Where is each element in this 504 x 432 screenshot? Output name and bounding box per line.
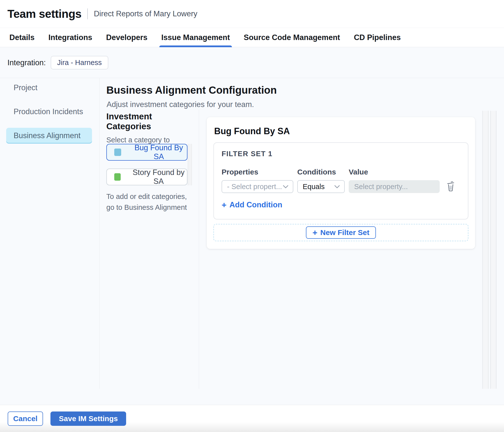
tab-label: Details [9,33,35,42]
category-label: Story Found by SA [130,168,187,186]
config-card-title: Bug Found By SA [214,126,475,136]
cancel-button[interactable]: Cancel [8,411,43,426]
sidebar-item-project[interactable]: Project [6,80,92,96]
panel-columns: Investment Categories Select a category … [100,109,504,389]
categories-note: To add or edit categories, go to Busines… [106,191,189,213]
integration-row: Integration: Jira - Harness [0,47,504,78]
title-separator [87,8,88,19]
new-filter-set-dropzone: + New Filter Set [213,224,468,241]
category-config-area: Bug Found By SA FILTER SET 1 Properties … [199,109,504,389]
add-condition-button[interactable]: + Add Condition [222,200,282,209]
tab-details[interactable]: Details [6,28,38,47]
save-im-settings-button[interactable]: Save IM Settings [50,411,126,426]
tab-cd-pipelines[interactable]: CD Pipelines [351,28,404,47]
new-filter-set-label: New Filter Set [320,228,369,237]
investment-categories-column: Investment Categories Select a category … [100,109,199,389]
settings-tabbar: Details Integrations Developers Issue Ma… [0,28,504,47]
team-settings-page: Team settings Direct Reports of Mary Low… [0,0,504,432]
conditions-select-value: Equals [303,183,325,191]
panel-title: Business Alignment Configuration [106,84,504,96]
plus-icon: + [222,201,227,209]
page-title: Team settings [7,7,81,21]
vertical-scrollbar-outer[interactable] [482,111,489,389]
column-header-value: Value [349,168,440,176]
tab-label: Developers [106,33,147,42]
category-color-swatch [114,149,121,156]
category-bug-found-by-sa[interactable]: Bug Found By SA [106,144,187,161]
new-filter-set-button[interactable]: + New Filter Set [306,226,376,239]
value-input[interactable] [349,180,440,193]
chevron-down-icon [283,185,288,188]
tab-integrations[interactable]: Integrations [46,28,95,47]
category-config-card: Bug Found By SA FILTER SET 1 Properties … [207,117,475,249]
categories-heading: Investment Categories [106,111,199,131]
filter-set-label: FILTER SET 1 [222,150,468,158]
business-alignment-panel: Business Alignment Configuration Adjust … [100,78,504,389]
tab-developers[interactable]: Developers [103,28,150,47]
add-condition-label: Add Condition [229,200,282,209]
properties-select-placeholder: - Select propert... [227,183,282,191]
vertical-scrollbar-inner[interactable] [490,111,497,389]
integration-chip[interactable]: Jira - Harness [51,56,108,69]
page-header: Team settings Direct Reports of Mary Low… [0,0,504,28]
tab-label: Integrations [48,33,92,42]
integration-label: Integration: [7,58,46,67]
page-subtitle: Direct Reports of Mary Lowery [94,9,197,18]
settings-sidebar: Project Production Incidents Business Al… [0,78,100,389]
panel-subtitle: Adjust investment categories for your te… [107,100,504,109]
tab-issue-management[interactable]: Issue Management [158,28,233,47]
plus-icon: + [312,228,317,237]
conditions-select[interactable]: Equals [297,180,345,193]
category-label: Bug Found By SA [131,143,187,161]
tab-label: Issue Management [161,33,230,42]
column-header-conditions: Conditions [297,168,345,176]
category-story-found-by-sa[interactable]: Story Found by SA [106,169,187,185]
category-color-swatch [114,173,121,181]
sidebar-item-production-incidents[interactable]: Production Incidents [6,104,92,120]
trash-icon [446,181,455,192]
delete-condition-button[interactable] [446,181,455,192]
sidebar-item-business-alignment[interactable]: Business Alignment [6,128,92,144]
settings-footer: Cancel Save IM Settings [0,405,504,432]
filter-set-panel: FILTER SET 1 Properties Conditions Value… [213,142,468,219]
active-tab-indicator [159,45,232,47]
tab-label: CD Pipelines [354,33,401,42]
tab-label: Source Code Management [244,33,340,42]
category-list-scrollbar[interactable] [188,144,192,185]
column-header-properties: Properties [222,168,293,176]
properties-select[interactable]: - Select propert... [222,180,293,193]
filter-condition-grid: Properties Conditions Value - Select pro… [222,168,468,193]
tab-source-code-management[interactable]: Source Code Management [241,28,343,47]
chevron-down-icon [334,185,340,188]
